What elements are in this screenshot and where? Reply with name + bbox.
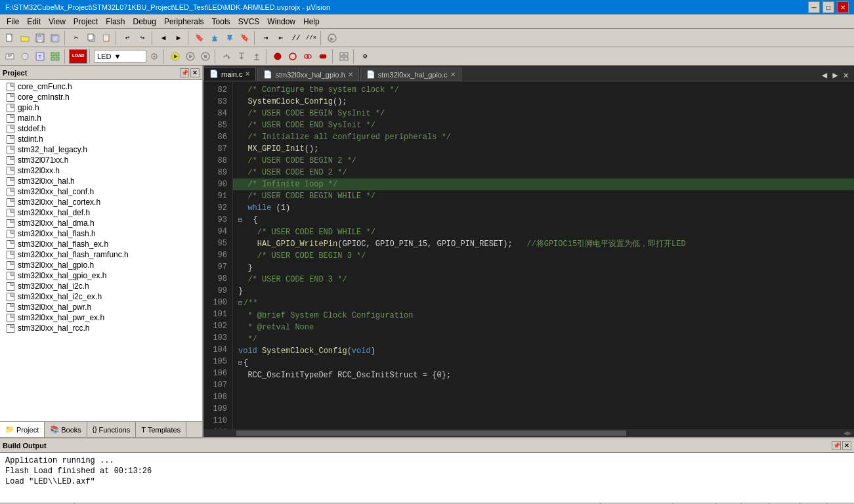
tree-file-gpio-h[interactable]: gpio.h [0, 102, 202, 113]
tree-file-stdint-h[interactable]: stdint.h [0, 134, 202, 144]
tree-file-stm32l0xx-hal-i2c-ex-h[interactable]: stm32l0xx_hal_i2c_ex.h [0, 291, 202, 302]
stop-button[interactable] [198, 49, 213, 64]
fold-icon-106[interactable]: ⊟ [238, 300, 242, 307]
tree-file-core-cmFunc-h[interactable]: core_cmFunc.h [0, 81, 202, 92]
comment-button[interactable]: // [289, 31, 303, 45]
tab-gpio-h[interactable]: 📄 stm32l0xx_hal_gpio.h ✕ [257, 68, 358, 81]
scroll-tabs-right[interactable]: ▶ [830, 70, 840, 81]
redo-button[interactable]: ↪ [135, 31, 150, 45]
tree-file-stddef-h[interactable]: stddef.h [0, 123, 202, 134]
menu-tools[interactable]: Tools [208, 16, 234, 28]
save-all-button[interactable] [48, 31, 62, 45]
tab-gpio-c-close[interactable]: ✕ [450, 71, 456, 78]
target-options-button[interactable] [147, 49, 161, 64]
tree-file-stm32l0xx-h[interactable]: stm32l0xx.h [0, 165, 202, 176]
cut-button[interactable]: ✂ [69, 31, 83, 45]
horizontal-scrollbar[interactable]: ◀▶ [203, 429, 854, 437]
windows-button[interactable] [337, 49, 351, 64]
flash-load-button[interactable]: LOAD [69, 49, 87, 64]
load-btn[interactable] [18, 49, 32, 64]
tree-file-stm32-hal-legacy-h[interactable]: stm32_hal_legacy.h [0, 144, 202, 155]
settings-button[interactable]: ⚙ [358, 49, 372, 64]
tree-file-stm32l0xx-hal-h[interactable]: stm32l0xx_hal.h [0, 176, 202, 186]
build-target-btn[interactable] [3, 49, 17, 64]
tree-file-stm32l0xx-hal-i2c-h[interactable]: stm32l0xx_hal_i2c.h [0, 281, 202, 291]
menu-project[interactable]: Project [70, 16, 102, 28]
menu-view[interactable]: View [45, 16, 70, 28]
project-pin-button[interactable]: 📌 [180, 68, 189, 77]
tab-templates[interactable]: T Templates [136, 422, 186, 437]
bookmark-next-button[interactable] [223, 31, 237, 45]
tree-file-stm32l0xx-hal-flash-ramfunc-h[interactable]: stm32l0xx_hal_flash_ramfunc.h [0, 249, 202, 260]
batch-build-btn[interactable] [48, 49, 62, 64]
run-button[interactable] [183, 49, 198, 64]
translate-btn[interactable]: T [33, 49, 47, 64]
tab-gpio-c[interactable]: 📄 stm32l0xx_hal_gpio.c ✕ [360, 68, 461, 81]
fold-icon-111[interactable]: ⊟ [238, 360, 242, 367]
bookmark-toggle-button[interactable]: 🔖 [192, 31, 207, 45]
tree-file-stm32l0xx-hal-pwr-h[interactable]: stm32l0xx_hal_pwr.h [0, 302, 202, 312]
menu-edit[interactable]: Edit [23, 16, 45, 28]
menu-svcs[interactable]: SVCS [234, 16, 264, 28]
bookmark-prev-button[interactable] [207, 31, 222, 45]
new-file-button[interactable] [3, 31, 17, 45]
nav-back-button[interactable]: ◀ [156, 31, 171, 45]
step-out-button[interactable] [249, 49, 264, 64]
tree-file-stm32l0xx-hal-flash-h[interactable]: stm32l0xx_hal_flash.h [0, 228, 202, 239]
tab-books[interactable]: 📚 Books [45, 422, 87, 437]
target-dropdown[interactable]: LED ▼ [94, 50, 146, 63]
scrollbar-thumb[interactable] [236, 430, 627, 436]
tree-file-stm32l0xx-hal-rcc-h[interactable]: stm32l0xx_hal_rcc.h [0, 323, 202, 333]
build-close-button[interactable]: ✕ [842, 441, 851, 450]
paste-button[interactable]: 📋 [99, 31, 114, 45]
nav-forward-button[interactable]: ▶ [171, 31, 186, 45]
outdent-button[interactable]: ⇤ [274, 31, 288, 45]
tab-gpio-h-close[interactable]: ✕ [348, 71, 353, 78]
maximize-button[interactable]: □ [822, 1, 834, 13]
tree-file-stm32l0xx-hal-cortex-h[interactable]: stm32l0xx_hal_cortex.h [0, 197, 202, 207]
menu-file[interactable]: File [3, 16, 23, 28]
tree-file-stm32l071xx-h[interactable]: stm32l071xx.h [0, 155, 202, 165]
tab-main-c-close[interactable]: ✕ [245, 70, 250, 77]
debug-start-button[interactable] [168, 49, 182, 64]
disable-breakpoint-button[interactable] [286, 49, 300, 64]
menu-flash[interactable]: Flash [102, 16, 129, 28]
step-into-button[interactable] [234, 49, 249, 64]
tree-file-stm32l0xx-hal-dma-h[interactable]: stm32l0xx_hal_dma.h [0, 218, 202, 228]
minimize-button[interactable]: ─ [808, 1, 820, 13]
disable-all-breakpoints-button[interactable] [301, 49, 315, 64]
undo-button[interactable]: ↩ [120, 31, 135, 45]
uncomment-button[interactable]: //× [304, 31, 318, 45]
clear-bookmarks-button[interactable]: 🔖 [238, 31, 252, 45]
tree-file-stm32l0xx-hal-pwr-ex-h[interactable]: stm32l0xx_hal_pwr_ex.h [0, 312, 202, 323]
code-content[interactable]: /* Configure the system clock */ SystemC… [233, 81, 854, 429]
breakpoint-button[interactable] [270, 49, 285, 64]
tree-file-stm32l0xx-hal-gpio-ex-h[interactable]: stm32l0xx_hal_gpio_ex.h [0, 270, 202, 281]
project-close-button[interactable]: ✕ [190, 68, 200, 77]
tab-main-c[interactable]: 📄 main.c ✕ [203, 67, 256, 81]
tree-file-stm32l0xx-hal-flash-ex-h[interactable]: stm32l0xx_hal_flash_ex.h [0, 239, 202, 249]
copy-button[interactable] [84, 31, 98, 45]
run-to-cursor-button[interactable]: ▶ [325, 31, 339, 45]
tree-file-main-h[interactable]: main.h [0, 113, 202, 123]
scroll-tabs-left[interactable]: ◀ [819, 70, 830, 81]
menu-debug[interactable]: Debug [129, 16, 160, 28]
menu-help[interactable]: Help [299, 16, 324, 28]
fold-icon-98[interactable]: ⊟ [238, 217, 242, 224]
step-over-button[interactable] [219, 49, 234, 64]
tree-file-stm32l0xx-hal-gpio-h[interactable]: stm32l0xx_hal_gpio.h [0, 260, 202, 270]
open-file-button[interactable] [18, 31, 32, 45]
close-button[interactable]: ✕ [837, 1, 849, 13]
close-editor[interactable]: ✕ [841, 70, 851, 81]
menu-peripherals[interactable]: Peripherals [160, 16, 208, 28]
save-button[interactable] [33, 31, 47, 45]
tree-file-stm32l0xx-hal-conf-h[interactable]: stm32l0xx_hal_conf.h [0, 186, 202, 197]
tab-project[interactable]: 📁 Project [0, 422, 45, 437]
indent-button[interactable]: ⇥ [259, 31, 273, 45]
tab-functions[interactable]: {} Functions [87, 422, 136, 437]
tree-file-stm32l0xx-hal-def-h[interactable]: stm32l0xx_hal_def.h [0, 207, 202, 218]
tree-file-core-cmInstr-h[interactable]: core_cmInstr.h [0, 92, 202, 102]
project-tree[interactable]: core_cmFunc.h core_cmInstr.h gpio.h main… [0, 80, 202, 421]
menu-window[interactable]: Window [263, 16, 299, 28]
kill-all-breakpoints-button[interactable] [316, 49, 330, 64]
